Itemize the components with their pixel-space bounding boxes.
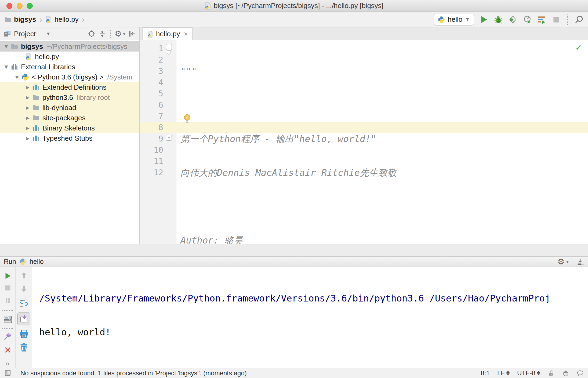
chevron-expanded-icon[interactable]: ▼ <box>2 44 10 49</box>
locate-file-icon[interactable] <box>88 30 96 38</box>
titlebar: bigsys [~/PycharmProjects/bigsys] - .../… <box>0 0 588 12</box>
debug-button[interactable] <box>494 15 503 24</box>
pause-button-disabled[interactable] <box>3 297 12 304</box>
tree-path-hint: /System <box>107 73 132 81</box>
code-line-2 <box>180 99 588 111</box>
breadcrumb-separator: › <box>39 14 42 24</box>
hide-panel-icon[interactable] <box>128 30 136 38</box>
toolbar-separator <box>2 310 13 311</box>
project-panel-title[interactable]: Project <box>14 30 36 38</box>
concurrency-diagram-button[interactable] <box>537 15 546 24</box>
gear-icon[interactable]: ⚙ <box>115 30 122 38</box>
more-actions-button[interactable]: » <box>5 359 10 368</box>
tree-row-site-packages[interactable]: ▶ site-packages <box>0 113 139 123</box>
tree-label: External Libraries <box>21 63 75 71</box>
editor-tab-hello-py[interactable]: hello.py × <box>142 27 193 40</box>
next-occurrence-button-disabled[interactable] <box>20 285 28 293</box>
python-icon <box>19 258 26 265</box>
toolbar-separator <box>2 328 13 329</box>
code-editor[interactable]: 1 2 3 4 5 6 7 8 9 10 11 12 − − """ 第一个Py… <box>140 40 588 244</box>
python-icon <box>438 16 445 23</box>
tree-row-lib-dynload[interactable]: ▶ lib-dynload <box>0 103 139 113</box>
code-content[interactable]: """ 第一个Python程序 - 输出"hello, world!" 向伟大的… <box>180 43 588 244</box>
chevron-down-icon[interactable]: ▼ <box>46 31 51 37</box>
toggle-toolwindows-icon[interactable] <box>4 370 11 377</box>
tree-label: site-packages <box>42 114 85 122</box>
chevron-expanded-icon[interactable]: ▼ <box>2 64 10 70</box>
chevron-collapsed-icon[interactable]: ▶ <box>24 115 32 121</box>
code-line-1: """ <box>180 66 588 77</box>
chevron-down-icon: ▾ <box>566 259 569 265</box>
chevron-expanded-icon[interactable]: ▼ <box>13 74 21 80</box>
close-panel-button[interactable] <box>3 346 12 354</box>
run-console-output[interactable]: /System/Library/Frameworks/Python.framew… <box>32 267 588 368</box>
chevron-collapsed-icon[interactable]: ▶ <box>24 85 32 90</box>
breadcrumb-item-project[interactable]: bigsys <box>4 15 36 24</box>
breadcrumb-item-file[interactable]: hello.py <box>45 15 79 24</box>
run-button[interactable] <box>479 15 488 24</box>
hector-inspections-icon[interactable] <box>562 370 569 377</box>
chevron-collapsed-icon[interactable]: ▶ <box>24 95 32 100</box>
code-line-5 <box>180 201 588 212</box>
run-panel-header: Run hello ⚙▾ <box>0 257 588 267</box>
run-configuration-selector[interactable]: hello ▼ <box>434 14 474 26</box>
stop-button-disabled[interactable] <box>3 284 12 292</box>
line-number: 5 <box>140 88 163 99</box>
profiler-button[interactable] <box>523 15 532 24</box>
tree-label: python3.6 <box>42 93 73 102</box>
breadcrumb: bigsys › hello.py › <box>4 14 85 24</box>
code-line-3: 第一个Python程序 - 输出"hello, world!" <box>180 133 588 144</box>
rerun-button[interactable] <box>3 272 12 279</box>
line-separator-widget[interactable]: LF <box>497 369 510 377</box>
python-file-icon <box>45 16 52 23</box>
restore-layout-button[interactable] <box>2 315 13 324</box>
line-number-gutter[interactable]: 1 2 3 4 5 6 7 8 9 10 11 12 <box>140 43 163 178</box>
run-panel-title: Run <box>4 258 16 266</box>
unlock-icon[interactable] <box>548 370 555 377</box>
minimize-window-button[interactable] <box>17 3 23 9</box>
chevron-collapsed-icon[interactable]: ▶ <box>24 105 32 110</box>
toolbar-separator <box>110 30 111 38</box>
chevron-collapsed-icon[interactable]: ▶ <box>24 136 32 141</box>
tree-row-hello-py[interactable]: hello.py <box>0 52 139 62</box>
hide-panel-icon[interactable] <box>576 258 584 266</box>
tree-row-bigsys[interactable]: ▼ bigsys ~/PycharmProjects/bigsys <box>0 41 139 52</box>
collapse-all-icon[interactable] <box>98 30 106 38</box>
run-with-coverage-button[interactable] <box>508 15 517 24</box>
event-log-bubble-icon[interactable] <box>577 370 584 377</box>
run-panel-body: » /System/Library/Frameworks/Python.fram… <box>0 267 588 368</box>
print-button[interactable] <box>19 329 29 339</box>
run-config-name[interactable]: hello <box>30 258 44 266</box>
scroll-to-end-button-active[interactable] <box>17 312 30 325</box>
fold-region-end-icon[interactable]: − <box>166 135 172 141</box>
encoding-widget[interactable]: UTF-8 <box>517 369 540 377</box>
soft-wrap-button[interactable] <box>19 299 29 308</box>
tree-row-extended-definitions[interactable]: ▶ Extended Definitions <box>0 82 139 92</box>
line-number: 9 <box>140 133 163 144</box>
prev-occurrence-button-disabled[interactable] <box>20 271 28 280</box>
line-number: 2 <box>140 54 163 66</box>
close-window-button[interactable] <box>6 3 12 9</box>
toolbar-separator <box>567 14 568 25</box>
library-icon <box>32 124 40 132</box>
stop-button-disabled[interactable] <box>552 15 561 24</box>
zoom-window-button[interactable] <box>27 3 33 9</box>
fold-arrow-icon[interactable] <box>166 50 171 55</box>
fold-region-start-icon[interactable]: − <box>166 44 172 50</box>
tree-row-python36[interactable]: ▶ python3.6 library root <box>0 92 139 103</box>
tree-row-python-sdk[interactable]: ▼ < Python 3.6 (bigsys) > /System <box>0 72 139 82</box>
breadcrumb-label: hello.py <box>55 15 79 24</box>
pin-tab-button[interactable] <box>3 332 13 341</box>
caret-position-widget[interactable]: 8:1 <box>481 369 490 377</box>
tree-row-binary-skeletons[interactable]: ▶ Binary Skeletons <box>0 123 139 133</box>
search-everywhere-icon[interactable] <box>575 15 584 24</box>
inspection-ok-icon[interactable]: ✓ <box>575 42 583 53</box>
tree-row-typeshed-stubs[interactable]: ▶ Typeshed Stubs <box>0 133 139 143</box>
gear-icon[interactable]: ⚙ <box>557 258 565 266</box>
status-bar: No suspicious code found. 1 files proces… <box>0 368 588 378</box>
clear-console-button[interactable] <box>19 343 29 352</box>
tree-row-external-libraries[interactable]: ▼ External Libraries <box>0 62 139 72</box>
chevron-collapsed-icon[interactable]: ▶ <box>24 125 32 131</box>
intention-lightbulb-icon[interactable] <box>182 113 192 123</box>
close-tab-icon[interactable]: × <box>184 30 188 38</box>
